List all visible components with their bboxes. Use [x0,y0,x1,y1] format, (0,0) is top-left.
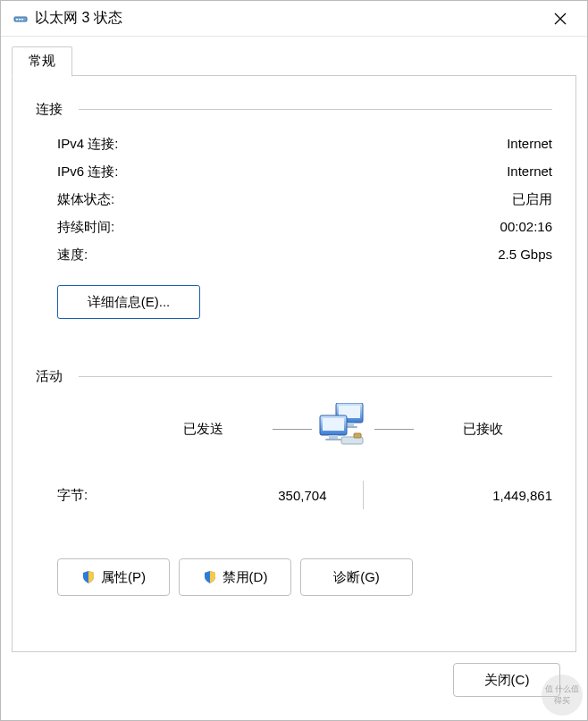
label-speed: 速度: [57,247,498,264]
network-adapter-icon [13,12,28,26]
activity-sent-label: 已发送 [134,421,273,438]
row-duration: 持续时间: 00:02:16 [36,214,552,241]
group-connection-label: 连接 [36,101,63,118]
bytes-recv-value: 1,449,861 [364,488,553,503]
properties-button-label: 属性(P) [101,569,146,586]
tab-panel-general: 连接 IPv4 连接: Internet IPv6 连接: Internet 媒… [12,75,576,652]
svg-rect-11 [323,418,344,431]
row-speed: 速度: 2.5 Gbps [36,241,552,269]
value-duration: 00:02:16 [500,219,552,234]
window-title: 以太网 3 状态 [35,9,541,28]
label-ipv6: IPv6 连接: [57,163,507,180]
row-media: 媒体状态: 已启用 [36,186,552,214]
details-button[interactable]: 详细信息(E)... [57,285,200,319]
dialog-body: 常规 连接 IPv4 连接: Internet IPv6 连接: Interne… [1,37,587,720]
svg-rect-1 [16,19,18,21]
shield-icon [203,570,217,584]
dialog-footer: 关闭(C) [12,652,576,709]
svg-rect-12 [329,435,338,439]
label-ipv4: IPv4 连接: [57,136,507,153]
activity-row: 已发送 [36,403,552,456]
group-connection-header: 连接 [36,101,552,118]
close-button[interactable]: 关闭(C) [453,663,560,697]
tab-general[interactable]: 常规 [12,46,72,77]
network-computers-icon [312,403,374,456]
divider [273,429,312,430]
divider [79,376,552,377]
value-ipv4: Internet [507,136,552,151]
bytes-sent-value: 350,704 [138,488,363,503]
svg-rect-13 [325,439,341,440]
titlebar: 以太网 3 状态 [1,1,587,37]
svg-rect-2 [19,19,21,21]
tabstrip: 常规 [12,46,576,76]
window-close-button[interactable] [541,4,580,33]
svg-rect-15 [354,433,361,438]
ethernet-status-dialog: 以太网 3 状态 常规 连接 IPv4 连接: Internet IPv6 连接… [0,0,588,721]
row-ipv4: IPv4 连接: Internet [36,130,552,158]
value-speed: 2.5 Gbps [498,247,552,262]
row-ipv6: IPv6 连接: Internet [36,158,552,186]
label-duration: 持续时间: [57,219,500,236]
divider [79,109,552,110]
action-buttons: 属性(P) 禁用(D) 诊断(G) [36,558,552,596]
bytes-label: 字节: [57,487,138,504]
bytes-row: 字节: 350,704 1,449,861 [36,481,552,509]
shield-icon [81,570,96,584]
label-media: 媒体状态: [57,191,512,208]
group-activity-label: 活动 [36,368,63,385]
diagnose-button[interactable]: 诊断(G) [300,558,413,596]
close-icon [554,13,567,25]
diagnose-button-label: 诊断(G) [333,569,380,586]
disable-button-label: 禁用(D) [223,569,268,586]
activity-recv-label: 已接收 [414,421,552,438]
properties-button[interactable]: 属性(P) [57,558,170,596]
value-media: 已启用 [512,191,552,208]
value-ipv6: Internet [507,163,552,179]
disable-button[interactable]: 禁用(D) [179,558,291,596]
group-activity-header: 活动 [36,368,552,385]
svg-rect-3 [21,19,23,21]
divider [374,429,414,430]
